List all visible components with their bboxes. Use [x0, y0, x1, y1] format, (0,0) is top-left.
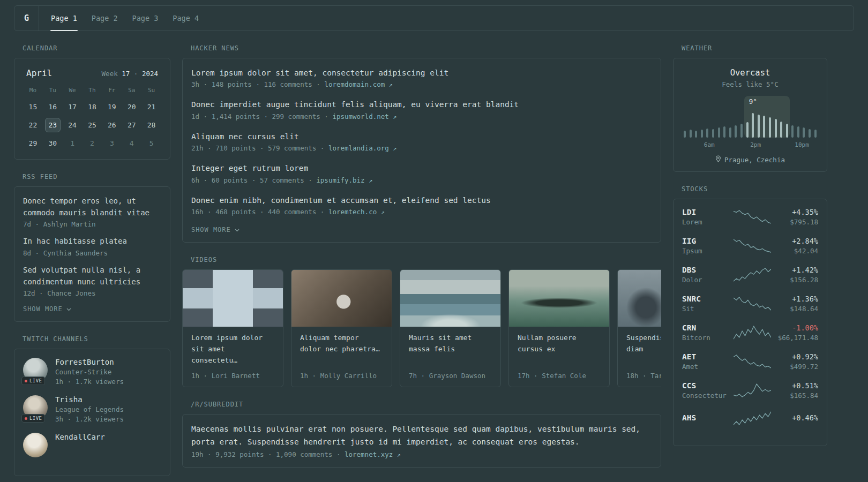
tab-page-4[interactable]: Page 4: [172, 6, 199, 31]
hn-item-title[interactable]: Integer eget rutrum lorem: [191, 162, 652, 174]
twitch-channel-game[interactable]: League of Legends: [55, 405, 124, 413]
video-title[interactable]: Aliquam tempor dolor nec pharetra…: [300, 333, 383, 355]
calendar-week-indicator: Week 17 · 2024: [102, 70, 158, 78]
twitch-channel[interactable]: LIVE ForrestBurton Counter-Strike 1h · 1…: [23, 358, 161, 386]
calendar-day[interactable]: 25: [83, 118, 102, 132]
video-card[interactable]: Nullam posuere cursus ex 17h · Stefan Co…: [508, 269, 610, 387]
hn-item-domain[interactable]: ipsumworld.net: [332, 112, 388, 120]
hn-item-domain[interactable]: loremdomain.com: [324, 80, 385, 88]
video-title[interactable]: Lorem ipsum dolor sit amet consectetu…: [191, 333, 274, 366]
stock-name: Bitcorn: [682, 334, 731, 342]
calendar-day-next-month[interactable]: 5: [141, 136, 161, 150]
hn-item-domain[interactable]: loremtech.co: [328, 208, 377, 216]
video-card[interactable]: Suspendisse diam 18h · Tara: [617, 269, 661, 387]
stock-row: LDI Lorem +4.35% $795.18: [682, 208, 818, 226]
video-card[interactable]: Lorem ipsum dolor sit amet consectetu… 1…: [182, 269, 283, 387]
stock-ticker[interactable]: DBS: [682, 266, 731, 274]
weather-bar: [797, 126, 799, 138]
video-thumbnail[interactable]: [400, 270, 500, 327]
calendar-day[interactable]: 22: [23, 118, 43, 132]
video-title[interactable]: Suspendisse diam: [626, 333, 661, 355]
weather-bar: [814, 130, 817, 138]
twitch-avatar-wrap: LIVE: [23, 395, 48, 420]
subreddit-post-domain[interactable]: loremnet.xyz: [345, 450, 393, 458]
stock-ticker[interactable]: AHS: [682, 413, 731, 422]
video-thumbnail[interactable]: [509, 270, 609, 327]
hn-item-title[interactable]: Lorem ipsum dolor sit amet, consectetur …: [191, 67, 652, 79]
hn-item-meta: 16h · 468 points · 440 comments · loremt…: [191, 208, 652, 216]
video-thumbnail[interactable]: [618, 270, 661, 327]
weather-location[interactable]: Prague, Czechia: [682, 155, 818, 164]
video-card[interactable]: Mauris sit amet massa felis 7h · Grayson…: [400, 269, 501, 387]
stock-ticker[interactable]: LDI: [682, 208, 731, 216]
hn-item-title[interactable]: Donec enim nibh, condimentum et accumsan…: [191, 194, 652, 206]
video-meta: 1h · Molly Carrillo: [300, 366, 383, 380]
stock-sparkline: [731, 325, 773, 341]
calendar-day-next-month[interactable]: 3: [102, 136, 122, 150]
video-thumbnail[interactable]: [183, 270, 283, 327]
chevron-down-icon: [235, 226, 240, 234]
hn-item-title[interactable]: Aliquam nec cursus elit: [191, 131, 652, 142]
stock-ticker[interactable]: SNRC: [682, 295, 731, 303]
calendar-day-next-month[interactable]: 2: [83, 136, 102, 150]
rss-item-title[interactable]: Sed volutpat nulla nisl, a condimentum n…: [23, 265, 161, 288]
video-card[interactable]: Aliquam tempor dolor nec pharetra… 1h · …: [291, 269, 392, 387]
rss-item-title[interactable]: Donec tempor eros leo, ut commodo mauris…: [23, 195, 161, 219]
hn-item-title[interactable]: Donec imperdiet augue tincidunt felis al…: [191, 99, 652, 110]
calendar-day[interactable]: 16: [43, 100, 63, 114]
calendar-day[interactable]: 15: [23, 100, 43, 114]
stock-right: +0.51% $165.84: [773, 381, 818, 400]
rss-show-more-button[interactable]: SHOW MORE: [23, 305, 161, 313]
stock-ticker[interactable]: IIG: [682, 237, 731, 245]
stock-price: $42.04: [773, 247, 818, 255]
video-title[interactable]: Mauris sit amet massa felis: [409, 333, 492, 355]
calendar-day[interactable]: 26: [102, 118, 122, 132]
hn-show-more-button[interactable]: SHOW MORE: [191, 226, 652, 234]
twitch-channel-name[interactable]: ForrestBurton: [55, 358, 124, 366]
tab-page-2[interactable]: Page 2: [91, 6, 118, 31]
twitch-channel-name[interactable]: Trisha: [55, 395, 124, 404]
calendar-dow: Sa: [122, 85, 141, 96]
twitch-channel-name[interactable]: KendallCarr: [55, 433, 105, 441]
calendar-day[interactable]: 20: [122, 100, 141, 114]
stock-ticker[interactable]: CRN: [682, 323, 731, 332]
hn-item-meta: 21h · 710 points · 579 comments · loreml…: [191, 144, 652, 152]
hn-item-domain[interactable]: ipsumify.biz: [316, 176, 364, 184]
calendar-day[interactable]: 29: [23, 136, 43, 150]
calendar-day[interactable]: 17: [63, 100, 83, 114]
calendar-day[interactable]: 21: [141, 100, 161, 114]
hn-item-domain[interactable]: loremlandia.org: [328, 144, 389, 152]
weather-bar: [718, 127, 720, 138]
subreddit-post-title[interactable]: Maecenas mollis pulvinar erat non posuer…: [191, 423, 652, 449]
calendar-day[interactable]: 18: [83, 100, 102, 114]
twitch-channel-info: KendallCarr: [55, 433, 105, 457]
calendar-day-next-month[interactable]: 4: [122, 136, 141, 150]
stock-ticker[interactable]: AET: [682, 352, 731, 361]
video-title[interactable]: Nullam posuere cursus ex: [518, 333, 601, 355]
calendar-day[interactable]: 19: [102, 100, 122, 114]
rss-item-title[interactable]: In hac habitasse platea: [23, 236, 161, 247]
stock-ticker[interactable]: CCS: [682, 381, 731, 390]
weather-bar: [791, 125, 794, 138]
twitch-channel[interactable]: LIVE Trisha League of Legends 3h · 1.2k …: [23, 395, 161, 423]
hn-item-meta: 3h · 148 points · 116 comments · loremdo…: [191, 80, 652, 88]
weather-bar: [712, 129, 714, 138]
twitch-channel-game[interactable]: Counter-Strike: [55, 368, 124, 376]
calendar-day[interactable]: 24: [63, 118, 83, 132]
calendar-day-selected[interactable]: 23: [45, 118, 61, 132]
tab-page-1[interactable]: Page 1: [50, 6, 78, 31]
twitch-channel[interactable]: KendallCarr: [23, 433, 161, 457]
calendar-day-next-month[interactable]: 1: [63, 136, 83, 150]
hn-item: Lorem ipsum dolor sit amet, consectetur …: [191, 67, 652, 88]
calendar-day[interactable]: 27: [122, 118, 141, 132]
calendar-day[interactable]: 30: [43, 136, 63, 150]
weather-time-label: 10pm: [795, 141, 809, 148]
show-more-label: SHOW MORE: [191, 226, 231, 234]
video-thumbnail[interactable]: [291, 270, 392, 327]
weather-card: Overcast Feels like 5°C 9° 6am 2pm 10pm: [673, 58, 827, 172]
tab-page-3[interactable]: Page 3: [132, 6, 159, 31]
external-link-icon: ↗: [397, 451, 401, 458]
calendar-day[interactable]: 28: [141, 118, 161, 132]
calendar-widget: CALENDAR April Week 17 · 2024 Mo Tu We T…: [14, 44, 170, 160]
app-logo[interactable]: G: [14, 6, 39, 31]
